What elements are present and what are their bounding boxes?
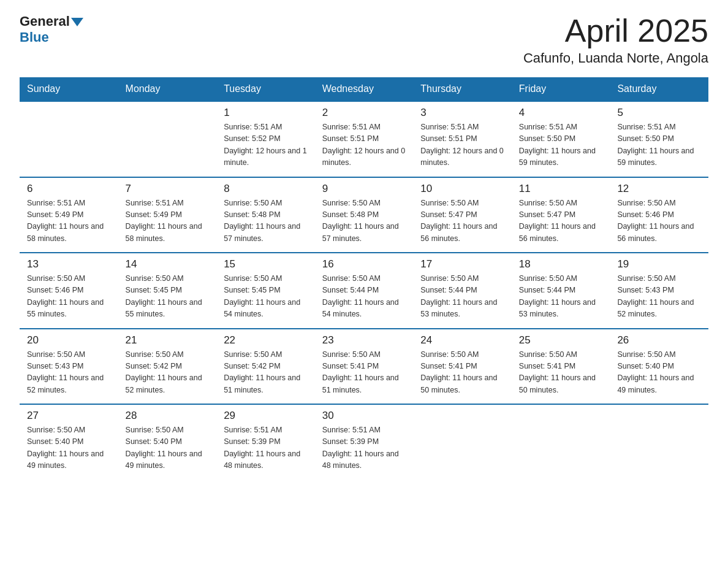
calendar-cell: 5Sunrise: 5:51 AM Sunset: 5:50 PM Daylig… [610, 101, 708, 177]
day-info: Sunrise: 5:50 AM Sunset: 5:42 PM Dayligh… [224, 349, 308, 397]
calendar-cell: 20Sunrise: 5:50 AM Sunset: 5:43 PM Dayli… [20, 329, 118, 405]
day-info: Sunrise: 5:50 AM Sunset: 5:47 PM Dayligh… [420, 197, 504, 245]
day-info: Sunrise: 5:51 AM Sunset: 5:49 PM Dayligh… [27, 197, 111, 245]
day-info: Sunrise: 5:50 AM Sunset: 5:48 PM Dayligh… [224, 197, 308, 245]
day-info: Sunrise: 5:51 AM Sunset: 5:50 PM Dayligh… [617, 121, 701, 169]
day-number: 2 [322, 107, 406, 119]
day-info: Sunrise: 5:50 AM Sunset: 5:40 PM Dayligh… [126, 424, 210, 472]
calendar-cell: 30Sunrise: 5:51 AM Sunset: 5:39 PM Dayli… [315, 404, 414, 480]
day-info: Sunrise: 5:50 AM Sunset: 5:41 PM Dayligh… [519, 349, 603, 397]
day-info: Sunrise: 5:50 AM Sunset: 5:46 PM Dayligh… [617, 197, 701, 245]
calendar-cell: 10Sunrise: 5:50 AM Sunset: 5:47 PM Dayli… [413, 177, 512, 253]
calendar-cell: 15Sunrise: 5:50 AM Sunset: 5:45 PM Dayli… [216, 253, 315, 329]
calendar-week-row: 20Sunrise: 5:50 AM Sunset: 5:43 PM Dayli… [20, 329, 708, 405]
calendar-cell: 8Sunrise: 5:50 AM Sunset: 5:48 PM Daylig… [216, 177, 315, 253]
calendar-cell: 21Sunrise: 5:50 AM Sunset: 5:42 PM Dayli… [118, 329, 217, 405]
calendar-week-row: 27Sunrise: 5:50 AM Sunset: 5:40 PM Dayli… [20, 404, 708, 480]
day-number: 26 [617, 334, 701, 347]
logo-general-text: General [20, 15, 70, 28]
weekday-header-tuesday: Tuesday [216, 77, 315, 101]
day-number: 8 [224, 183, 308, 195]
calendar-cell: 1Sunrise: 5:51 AM Sunset: 5:52 PM Daylig… [216, 101, 315, 177]
calendar-cell: 16Sunrise: 5:50 AM Sunset: 5:44 PM Dayli… [315, 253, 414, 329]
day-number: 13 [27, 258, 111, 270]
day-number: 5 [617, 107, 701, 119]
calendar-cell: 3Sunrise: 5:51 AM Sunset: 5:51 PM Daylig… [413, 101, 512, 177]
weekday-header-saturday: Saturday [610, 77, 708, 101]
day-number: 7 [126, 183, 210, 195]
weekday-header-row: SundayMondayTuesdayWednesdayThursdayFrid… [20, 77, 708, 101]
day-number: 22 [224, 334, 308, 347]
logo-arrow-icon [71, 18, 83, 26]
calendar-table: SundayMondayTuesdayWednesdayThursdayFrid… [20, 77, 708, 480]
day-number: 18 [519, 258, 603, 270]
day-info: Sunrise: 5:50 AM Sunset: 5:47 PM Dayligh… [519, 197, 603, 245]
calendar-cell: 28Sunrise: 5:50 AM Sunset: 5:40 PM Dayli… [118, 404, 217, 480]
calendar-cell: 26Sunrise: 5:50 AM Sunset: 5:40 PM Dayli… [610, 329, 708, 405]
month-title: April 2025 [523, 15, 708, 47]
day-info: Sunrise: 5:50 AM Sunset: 5:45 PM Dayligh… [126, 273, 210, 321]
day-number: 6 [27, 183, 111, 195]
weekday-header-friday: Friday [512, 77, 610, 101]
day-info: Sunrise: 5:50 AM Sunset: 5:43 PM Dayligh… [27, 349, 111, 397]
calendar-cell: 19Sunrise: 5:50 AM Sunset: 5:43 PM Dayli… [610, 253, 708, 329]
day-number: 17 [420, 258, 504, 270]
calendar-cell: 4Sunrise: 5:51 AM Sunset: 5:50 PM Daylig… [512, 101, 610, 177]
day-number: 25 [519, 334, 603, 347]
calendar-cell: 9Sunrise: 5:50 AM Sunset: 5:48 PM Daylig… [315, 177, 414, 253]
weekday-header-sunday: Sunday [20, 77, 118, 101]
calendar-cell: 2Sunrise: 5:51 AM Sunset: 5:51 PM Daylig… [315, 101, 414, 177]
day-info: Sunrise: 5:51 AM Sunset: 5:50 PM Dayligh… [519, 121, 603, 169]
day-number: 21 [126, 334, 210, 347]
day-info: Sunrise: 5:50 AM Sunset: 5:43 PM Dayligh… [617, 273, 701, 321]
day-number: 30 [322, 410, 406, 422]
location-title: Cafunfo, Luanda Norte, Angola [523, 50, 708, 66]
calendar-week-row: 6Sunrise: 5:51 AM Sunset: 5:49 PM Daylig… [20, 177, 708, 253]
logo-blue-text: Blue [20, 29, 49, 45]
calendar-cell [118, 101, 217, 177]
calendar-cell: 25Sunrise: 5:50 AM Sunset: 5:41 PM Dayli… [512, 329, 610, 405]
calendar-cell [512, 404, 610, 480]
day-info: Sunrise: 5:50 AM Sunset: 5:42 PM Dayligh… [126, 349, 210, 397]
day-info: Sunrise: 5:51 AM Sunset: 5:39 PM Dayligh… [224, 424, 308, 472]
calendar-cell: 23Sunrise: 5:50 AM Sunset: 5:41 PM Dayli… [315, 329, 414, 405]
calendar-cell: 7Sunrise: 5:51 AM Sunset: 5:49 PM Daylig… [118, 177, 217, 253]
day-info: Sunrise: 5:50 AM Sunset: 5:41 PM Dayligh… [322, 349, 406, 397]
calendar-cell: 11Sunrise: 5:50 AM Sunset: 5:47 PM Dayli… [512, 177, 610, 253]
calendar-week-row: 1Sunrise: 5:51 AM Sunset: 5:52 PM Daylig… [20, 101, 708, 177]
day-number: 20 [27, 334, 111, 347]
day-number: 11 [519, 183, 603, 195]
day-number: 28 [126, 410, 210, 422]
day-info: Sunrise: 5:50 AM Sunset: 5:46 PM Dayligh… [27, 273, 111, 321]
calendar-cell: 6Sunrise: 5:51 AM Sunset: 5:49 PM Daylig… [20, 177, 118, 253]
day-number: 1 [224, 107, 308, 119]
day-number: 3 [420, 107, 504, 119]
day-info: Sunrise: 5:50 AM Sunset: 5:40 PM Dayligh… [27, 424, 111, 472]
calendar-cell: 13Sunrise: 5:50 AM Sunset: 5:46 PM Dayli… [20, 253, 118, 329]
day-info: Sunrise: 5:51 AM Sunset: 5:51 PM Dayligh… [420, 121, 504, 169]
calendar-cell: 12Sunrise: 5:50 AM Sunset: 5:46 PM Dayli… [610, 177, 708, 253]
day-number: 4 [519, 107, 603, 119]
day-info: Sunrise: 5:51 AM Sunset: 5:52 PM Dayligh… [224, 121, 308, 169]
day-info: Sunrise: 5:50 AM Sunset: 5:45 PM Dayligh… [224, 273, 308, 321]
logo: General Blue [20, 15, 83, 45]
day-info: Sunrise: 5:50 AM Sunset: 5:44 PM Dayligh… [322, 273, 406, 321]
day-number: 23 [322, 334, 406, 347]
day-info: Sunrise: 5:51 AM Sunset: 5:51 PM Dayligh… [322, 121, 406, 169]
day-number: 24 [420, 334, 504, 347]
weekday-header-wednesday: Wednesday [315, 77, 414, 101]
day-number: 14 [126, 258, 210, 270]
calendar-cell: 22Sunrise: 5:50 AM Sunset: 5:42 PM Dayli… [216, 329, 315, 405]
day-number: 27 [27, 410, 111, 422]
calendar-cell: 17Sunrise: 5:50 AM Sunset: 5:44 PM Dayli… [413, 253, 512, 329]
page-header: General Blue April 2025 Cafunfo, Luanda … [20, 15, 708, 66]
day-number: 10 [420, 183, 504, 195]
calendar-cell: 29Sunrise: 5:51 AM Sunset: 5:39 PM Dayli… [216, 404, 315, 480]
day-info: Sunrise: 5:51 AM Sunset: 5:49 PM Dayligh… [126, 197, 210, 245]
day-number: 29 [224, 410, 308, 422]
title-block: April 2025 Cafunfo, Luanda Norte, Angola [523, 15, 708, 66]
calendar-cell [610, 404, 708, 480]
calendar-cell: 14Sunrise: 5:50 AM Sunset: 5:45 PM Dayli… [118, 253, 217, 329]
calendar-cell [413, 404, 512, 480]
day-info: Sunrise: 5:50 AM Sunset: 5:48 PM Dayligh… [322, 197, 406, 245]
